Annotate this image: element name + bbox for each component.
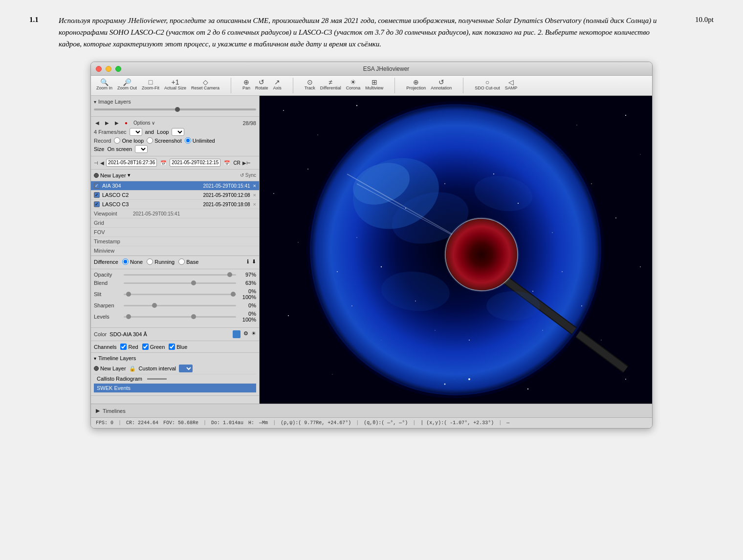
annotation-button[interactable]: ↺ Annotation xyxy=(429,78,453,91)
sharpen-track[interactable] xyxy=(124,305,236,306)
actual-size-button[interactable]: +1 Actual Size xyxy=(163,78,188,91)
layer-item-lascoc2[interactable]: ✓ LASCO C2 2021-05-29T00:12:08 × xyxy=(91,191,259,200)
image-layers-header[interactable]: ▾ Image Layers xyxy=(94,98,256,106)
channel-red-input[interactable] xyxy=(120,344,127,350)
projection-button[interactable]: ⊕ Projection xyxy=(405,78,427,91)
slit-thumb2[interactable] xyxy=(231,292,236,297)
calendar-start-icon[interactable]: 📅 xyxy=(159,160,168,166)
blend-track[interactable] xyxy=(124,282,236,284)
diff-download-icon[interactable]: ⬇ xyxy=(252,258,256,265)
play-step-button[interactable]: ▶ xyxy=(113,120,120,126)
reset-camera-button[interactable]: ◇ Reset Camera xyxy=(190,78,221,91)
opacity-track[interactable] xyxy=(124,274,236,276)
time-start-field[interactable]: 2021-05-28T16:27:36 xyxy=(106,159,157,167)
channel-blue-input[interactable] xyxy=(169,344,175,350)
info-item-viewpoint: Viewpoint 2021-05-29T00:15:41 xyxy=(91,209,259,218)
diff-running-radio[interactable]: Running xyxy=(147,258,175,265)
levels-thumb2[interactable] xyxy=(191,314,196,319)
color-adjust-icon[interactable]: ☀ xyxy=(251,330,256,338)
timeline-new-layer-button[interactable]: New Layer xyxy=(94,366,126,371)
time-next-button[interactable]: ▶⊢ xyxy=(242,160,251,166)
layer-item-lascoc3[interactable]: ✓ LASCO C3 2021-05-29T00:18:08 × xyxy=(91,200,259,209)
info-item-grid[interactable]: Grid xyxy=(91,218,259,228)
color-swatch[interactable] xyxy=(233,330,240,338)
options-button[interactable]: Options ∨ xyxy=(132,120,156,126)
opacity-thumb[interactable] xyxy=(227,272,232,277)
timeline-header[interactable]: ▾ Timeline Layers xyxy=(94,355,256,361)
timeline-swek[interactable]: SWEK Events xyxy=(94,384,256,393)
screenshot-radio-input[interactable] xyxy=(147,137,153,144)
multiview-button[interactable]: ⊞ Multiview xyxy=(364,78,385,91)
slit-track[interactable] xyxy=(124,294,236,295)
one-loop-radio-input[interactable] xyxy=(114,137,120,144)
channel-green-input[interactable] xyxy=(142,344,149,350)
size-label: Size xyxy=(94,146,104,152)
layer-close-lascoc2[interactable]: × xyxy=(253,192,256,198)
maximize-button[interactable] xyxy=(115,66,121,72)
color-settings-icon[interactable]: ⚙ xyxy=(243,330,248,338)
info-item-miniview[interactable]: Miniview xyxy=(91,246,259,256)
diff-none-radio[interactable]: None xyxy=(122,258,143,265)
channel-red[interactable]: Red xyxy=(120,344,138,350)
time-end-field[interactable]: 2021-05-29T02:12:15 xyxy=(170,159,220,167)
blend-label: Blend xyxy=(94,280,121,286)
timelines-expand-arrow[interactable]: ▶ xyxy=(96,408,100,414)
zoom-out-button[interactable]: 🔍 Zoom Out xyxy=(116,78,138,91)
differential-button[interactable]: ≠ Differential xyxy=(319,78,343,91)
close-button[interactable] xyxy=(96,66,102,72)
samp-button[interactable]: ◁ SAMP xyxy=(503,78,519,91)
solar-image-panel[interactable] xyxy=(260,96,652,404)
calendar-end-icon[interactable]: 📅 xyxy=(222,160,231,166)
zoom-out-icon: 🔍 xyxy=(123,79,131,86)
diff-none-input[interactable] xyxy=(122,258,129,265)
layer-checkbox-aia304[interactable]: ✓ xyxy=(94,183,100,189)
screenshot-radio[interactable]: Screenshot xyxy=(147,137,182,144)
axis-button[interactable]: ↗ Axis xyxy=(272,78,283,91)
size-select[interactable] xyxy=(135,145,148,153)
channel-green[interactable]: Green xyxy=(142,344,165,350)
prev-frame-button[interactable]: ◀ xyxy=(94,120,101,126)
info-item-timestamp[interactable]: Timestamp xyxy=(91,237,259,246)
info-item-fov[interactable]: FOV xyxy=(91,228,259,237)
blend-thumb[interactable] xyxy=(191,280,196,285)
sdo-cutout-button[interactable]: ○ SDO Cut-out xyxy=(473,78,502,91)
custom-interval-select[interactable] xyxy=(179,365,193,372)
samp-label: SAMP xyxy=(505,86,518,90)
rotate-button[interactable]: ↺ Rotate xyxy=(254,78,270,91)
time-prev2-button[interactable]: ◀ xyxy=(100,160,104,166)
diff-info-icon[interactable]: ℹ xyxy=(247,258,249,265)
new-layer-button[interactable]: New Layer ▾ xyxy=(94,172,131,178)
diff-running-input[interactable] xyxy=(147,258,153,265)
layer-close-aia304[interactable]: × xyxy=(253,183,256,189)
slit-thumb1[interactable] xyxy=(126,292,131,297)
diff-base-radio[interactable]: Base xyxy=(178,258,198,265)
track-button[interactable]: ⊙ Track xyxy=(303,78,317,91)
sync-button[interactable]: ↺ Sync xyxy=(240,172,256,178)
channel-blue[interactable]: Blue xyxy=(169,344,187,350)
layer-close-lascoc3[interactable]: × xyxy=(253,201,256,207)
loop-select[interactable] xyxy=(172,128,184,136)
layer-item-aia304[interactable]: ✓ AIA 304 2021-05-29T00:15:41 × xyxy=(91,181,259,191)
layer-checkbox-lascoc2[interactable]: ✓ xyxy=(94,192,100,198)
play-button[interactable]: ▶ xyxy=(104,120,110,126)
layer-slider-thumb[interactable] xyxy=(175,107,180,112)
fps-select[interactable] xyxy=(130,128,142,136)
zoom-fit-button[interactable]: □ Zoom-Fit xyxy=(140,78,161,91)
levels-track[interactable] xyxy=(124,316,236,318)
corona-button[interactable]: ☀ Corona xyxy=(345,78,362,91)
unlimited-radio[interactable]: Unlimited xyxy=(185,137,215,144)
svg-point-49 xyxy=(381,266,382,267)
zoom-in-button[interactable]: 🔍 Zoom In xyxy=(95,78,114,91)
pan-button[interactable]: ⊕ Pan xyxy=(241,78,252,91)
diff-base-input[interactable] xyxy=(178,258,185,265)
timeline-callisto[interactable]: Callisto Radiogram xyxy=(94,374,256,384)
unlimited-radio-input[interactable] xyxy=(185,137,191,144)
one-loop-radio[interactable]: One loop xyxy=(114,137,144,144)
time-prev-button[interactable]: ⊣ xyxy=(94,160,98,166)
layer-slider-track[interactable] xyxy=(94,108,256,110)
record-row: Record One loop Screenshot Unlimited xyxy=(94,137,256,144)
sharpen-thumb[interactable] xyxy=(152,303,157,308)
minimize-button[interactable] xyxy=(106,66,111,72)
levels-thumb1[interactable] xyxy=(126,314,131,319)
layer-checkbox-lascoc3[interactable]: ✓ xyxy=(94,201,100,207)
